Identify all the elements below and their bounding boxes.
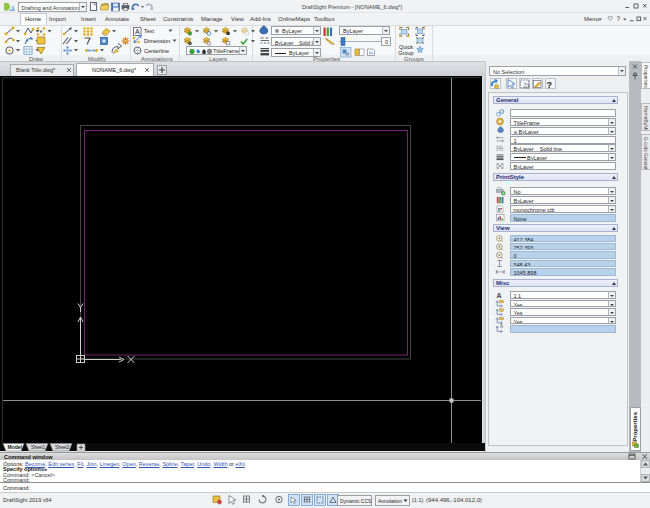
svg-text:Sheet2: Sheet2 <box>55 445 70 450</box>
svg-text:?: ? <box>617 15 621 22</box>
svg-text:?: ? <box>547 80 553 90</box>
svg-text:Sheet1: Sheet1 <box>31 445 46 450</box>
svg-text:A: A <box>496 292 501 299</box>
svg-text:A: A <box>500 324 503 329</box>
svg-text:A: A <box>135 28 140 35</box>
svg-text:Model: Model <box>8 444 23 450</box>
